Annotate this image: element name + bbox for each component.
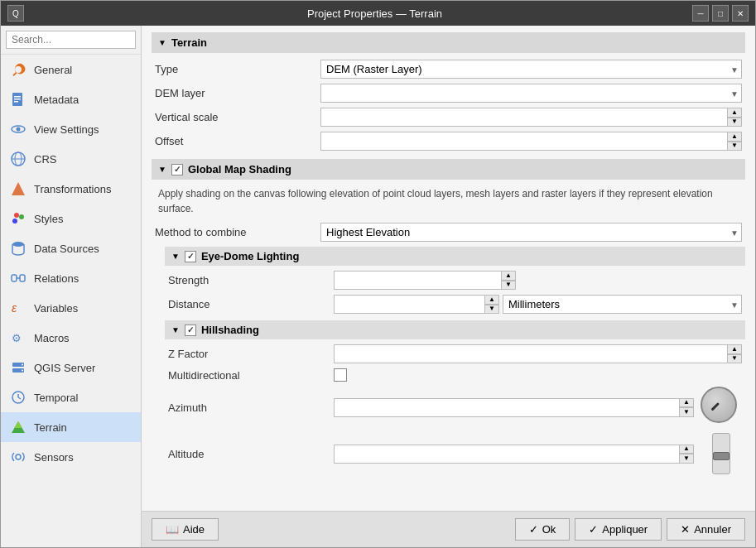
- zfactor-input[interactable]: 1,000000: [334, 344, 742, 363]
- eye-dome-header[interactable]: ▼ Eye-Dome Lighting: [165, 247, 745, 266]
- sidebar-item-general[interactable]: General: [1, 55, 141, 84]
- vertical-scale-spin-buttons: ▲ ▼: [727, 108, 742, 127]
- sidebar-item-styles-label: Styles: [34, 213, 63, 225]
- distance-input[interactable]: 0,50: [334, 295, 499, 314]
- type-select[interactable]: DEM (Raster Layer) Flat Terrain Online M…: [320, 60, 742, 79]
- sidebar-item-temporal[interactable]: Temporal: [1, 382, 141, 412]
- method-combine-label: Method to combine: [155, 226, 320, 238]
- svg-point-28: [16, 454, 21, 459]
- sidebar-item-qgis-server[interactable]: QGIS Server: [1, 353, 141, 382]
- azimuth-down-button[interactable]: ▼: [679, 407, 694, 417]
- vertical-scale-row: Vertical scale 1,00 ▲ ▼: [152, 108, 745, 127]
- distance-down-button[interactable]: ▼: [484, 305, 499, 315]
- close-button[interactable]: ✕: [732, 5, 749, 22]
- dem-layer-row: DEM layer ▼: [152, 84, 745, 103]
- sidebar-item-styles[interactable]: Styles: [1, 204, 141, 233]
- sidebar-item-data-sources[interactable]: Data Sources: [1, 233, 141, 263]
- sidebar-item-crs[interactable]: CRS: [1, 144, 141, 174]
- ok-button[interactable]: ✓ Ok: [515, 518, 571, 541]
- azimuth-up-button[interactable]: ▲: [679, 398, 694, 408]
- sidebar-item-metadata[interactable]: Metadata: [1, 84, 141, 114]
- zfactor-up-button[interactable]: ▲: [727, 344, 742, 354]
- zfactor-down-button[interactable]: ▼: [727, 354, 742, 364]
- wrench-icon: [9, 60, 27, 79]
- sidebar-item-variables[interactable]: ε Variables: [1, 293, 141, 323]
- offset-input[interactable]: 0,00: [320, 132, 742, 151]
- vertical-scale-down-button[interactable]: ▼: [727, 118, 742, 127]
- aide-button[interactable]: 📖 Aide: [152, 518, 219, 541]
- sidebar-item-transformations[interactable]: Transformations: [1, 174, 141, 204]
- zfactor-label: Z Factor: [168, 348, 334, 360]
- azimuth-spin: 315,0° ▲ ▼: [334, 398, 694, 417]
- azimuth-label: Azimuth: [168, 401, 334, 414]
- hillshading-checkbox[interactable]: [185, 324, 196, 336]
- svg-rect-14: [12, 275, 17, 281]
- annuler-x-icon: ✕: [681, 523, 690, 536]
- strength-up-button[interactable]: ▲: [501, 271, 516, 281]
- strength-down-button[interactable]: ▼: [501, 281, 516, 291]
- vertical-scale-input[interactable]: 1,00: [320, 108, 742, 127]
- annuler-button[interactable]: ✕ Annuler: [667, 518, 745, 541]
- sidebar-item-variables-label: Variables: [34, 302, 78, 315]
- maximize-button[interactable]: □: [712, 5, 729, 22]
- method-combine-select[interactable]: Highest Elevation Average Elevation Lowe…: [320, 223, 742, 242]
- sidebar-item-view-settings-label: View Settings: [34, 123, 99, 136]
- terrain-section-header[interactable]: ▼ Terrain: [152, 32, 745, 53]
- hillshading-title: Hillshading: [201, 324, 259, 336]
- type-row: Type DEM (Raster Layer) Flat Terrain Onl…: [152, 60, 745, 79]
- strength-input[interactable]: 1000: [334, 271, 516, 290]
- multidirectional-checkbox[interactable]: [334, 368, 347, 382]
- zfactor-spin: 1,000000 ▲ ▼: [334, 344, 742, 363]
- distance-unit-select[interactable]: Millimeters Pixels: [503, 295, 742, 314]
- eye-icon: [9, 120, 27, 138]
- distance-up-button[interactable]: ▲: [484, 295, 499, 305]
- distance-row: Distance 0,50 ▲ ▼ Mil: [165, 295, 745, 314]
- multidirectional-label: Multidirectional: [168, 369, 334, 382]
- dem-layer-combo-wrapper: ▼: [320, 84, 742, 103]
- azimuth-dial[interactable]: [701, 387, 742, 428]
- vertical-scale-spin: 1,00 ▲ ▼: [320, 108, 742, 127]
- minimize-button[interactable]: ─: [692, 5, 709, 22]
- hillshading-header[interactable]: ▼ Hillshading: [165, 320, 745, 339]
- sidebar-item-view-settings[interactable]: View Settings: [1, 114, 141, 144]
- action-buttons: ✓ Ok ✓ Appliquer ✕ Annuler: [515, 518, 745, 541]
- svg-point-10: [14, 213, 19, 218]
- altitude-row: Altitude 45,0° ▲ ▼: [165, 433, 745, 474]
- svg-point-13: [12, 242, 24, 247]
- content-area: ▼ Terrain Type DEM (Raster Layer) Flat T…: [142, 26, 755, 547]
- svg-text:ε: ε: [12, 301, 17, 315]
- ok-label: Ok: [542, 523, 556, 536]
- offset-spin: 0,00 ▲ ▼: [320, 132, 742, 151]
- sidebar-item-metadata-label: Metadata: [34, 94, 79, 106]
- altitude-slider[interactable]: [701, 433, 742, 474]
- eye-dome-checkbox[interactable]: [185, 251, 196, 262]
- svg-rect-15: [20, 275, 25, 281]
- type-combo-wrapper: DEM (Raster Layer) Flat Terrain Online M…: [320, 60, 742, 79]
- dem-layer-select[interactable]: [320, 84, 742, 103]
- ok-checkmark-icon: ✓: [529, 523, 538, 536]
- altitude-up-button[interactable]: ▲: [679, 445, 694, 454]
- sidebar-item-macros[interactable]: ⚙ Macros: [1, 323, 141, 353]
- sidebar-item-crs-label: CRS: [34, 153, 56, 166]
- offset-row: Offset 0,00 ▲ ▼: [152, 132, 745, 151]
- search-input[interactable]: [6, 31, 136, 49]
- altitude-down-button[interactable]: ▼: [679, 454, 694, 464]
- global-map-shading-header[interactable]: ▼ Global Map Shading: [152, 159, 745, 180]
- global-map-shading-checkbox[interactable]: [171, 164, 183, 175]
- sidebar-item-terrain[interactable]: Terrain: [1, 412, 141, 442]
- terrain-section-title: Terrain: [171, 36, 207, 49]
- terrain-icon: [9, 418, 27, 436]
- sidebar-item-relations[interactable]: Relations: [1, 263, 141, 293]
- svg-rect-1: [14, 96, 21, 98]
- sidebar-item-sensors[interactable]: Sensors: [1, 442, 141, 472]
- appliquer-button[interactable]: ✓ Appliquer: [575, 518, 662, 541]
- offset-up-button[interactable]: ▲: [727, 132, 742, 142]
- sidebar-item-general-label: General: [34, 64, 72, 76]
- azimuth-dial-knob[interactable]: [701, 387, 737, 423]
- azimuth-input[interactable]: 315,0°: [334, 398, 694, 417]
- eye-dome-title: Eye-Dome Lighting: [201, 250, 299, 262]
- type-label: Type: [155, 63, 320, 75]
- altitude-input[interactable]: 45,0°: [334, 445, 694, 464]
- offset-down-button[interactable]: ▼: [727, 142, 742, 151]
- vertical-scale-up-button[interactable]: ▲: [727, 108, 742, 118]
